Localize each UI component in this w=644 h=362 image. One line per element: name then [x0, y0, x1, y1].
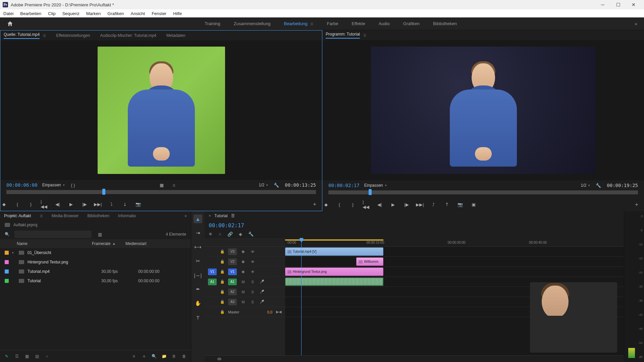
collapse-icon[interactable]: ▶◀	[276, 310, 282, 314]
trash-icon[interactable]: 🗑	[181, 354, 187, 359]
track-header-a1[interactable]: A1🔒A1 MS🎤	[205, 277, 285, 287]
pen-tool-icon[interactable]: ✒	[194, 285, 202, 294]
timeline-wrench-icon[interactable]: 🔧	[248, 232, 254, 237]
source-tab-effekt[interactable]: Effekteinstellungen	[56, 33, 90, 38]
project-tab-bibl[interactable]: Bibliotheken	[87, 214, 109, 218]
zoom-slider-icon[interactable]: ○	[44, 354, 50, 359]
mark-in-icon[interactable]: {	[14, 200, 21, 208]
clip-tutorial-audio[interactable]	[285, 278, 383, 286]
col-name[interactable]: Name	[5, 241, 92, 246]
project-item[interactable]: Hintergrund Textur.png	[0, 257, 191, 267]
ws-training[interactable]: Training	[205, 21, 220, 26]
program-wrench-icon[interactable]: 🔧	[595, 182, 602, 189]
ws-bearbeitung[interactable]: Bearbeitung ☰	[284, 21, 314, 26]
project-search-input[interactable]	[14, 231, 92, 238]
sort-icon[interactable]: ≡	[131, 354, 137, 359]
source-aud-only-icon[interactable]: ♫	[170, 181, 177, 189]
track-header-v2[interactable]: 🔒V2 ◉👁	[205, 257, 285, 267]
project-item[interactable]: Tutorial.mp4 30,00 fps 00:00:00:00	[0, 267, 191, 276]
automate-icon[interactable]: ⎆	[141, 354, 147, 359]
new-bin-icon[interactable]: 📁	[161, 354, 167, 359]
source-patch-a1[interactable]: A1	[208, 279, 217, 285]
menu-grafiken[interactable]: Grafiken	[104, 9, 127, 17]
col-medienstart[interactable]: Medienstart	[125, 241, 169, 246]
go-in-icon[interactable]: |◀◀	[41, 200, 48, 208]
p-lift-icon[interactable]: ⤴	[430, 201, 437, 208]
minimize-button[interactable]: ─	[595, 0, 610, 9]
timeline-tab-close-icon[interactable]: ×	[209, 214, 211, 218]
p-compare-icon[interactable]: ▣	[470, 201, 477, 208]
razor-tool-icon[interactable]: ✂	[194, 257, 202, 265]
source-tab-metadaten[interactable]: Metadaten	[166, 33, 185, 38]
expand-icon[interactable]: ▾	[12, 251, 15, 254]
project-tab-project[interactable]: Projekt: Auftakt	[4, 214, 31, 218]
marker-icon[interactable]: ◆	[239, 232, 242, 237]
track-header-master[interactable]: 🔒Master 0,0 ▶◀	[205, 307, 285, 317]
ws-overflow-button[interactable]: »	[635, 21, 637, 26]
track-output-icon[interactable]: 👁	[250, 250, 256, 254]
ws-grafiken[interactable]: Grafiken	[403, 21, 420, 26]
source-fit-dropdown[interactable]: Einpassen	[42, 183, 65, 187]
menu-marken[interactable]: Marken	[83, 9, 104, 17]
col-framerate[interactable]: Framerate▲	[92, 241, 125, 246]
source-wrench-icon[interactable]: 🔧	[273, 181, 280, 189]
source-viewport[interactable]	[0, 41, 322, 180]
track-target-icon[interactable]: ◉	[240, 249, 246, 254]
p-step-back-icon[interactable]: ◀|	[376, 201, 383, 208]
ws-audio[interactable]: Audio	[379, 21, 390, 26]
clip-tutorial-video[interactable]: Tutorial.mp4 [V]	[285, 247, 383, 256]
track-header-v3[interactable]: 🔒V3 ◉👁	[205, 247, 285, 257]
p-extract-icon[interactable]: ⤒	[443, 201, 450, 208]
source-timecode[interactable]: 00:00:06:00	[6, 182, 38, 188]
clip-hintergrund[interactable]: Hintergrund Textur.png	[285, 267, 383, 276]
program-viewport[interactable]	[322, 40, 644, 180]
lock-icon[interactable]: 🔒	[220, 249, 225, 254]
program-fit-dropdown[interactable]: Einpassen	[364, 183, 387, 188]
timeline-sequence-name[interactable]: Tutorial	[214, 214, 228, 218]
menu-datei[interactable]: Datei	[0, 9, 17, 17]
timeline-timecode[interactable]: 00:00:02:17	[209, 222, 244, 229]
p-go-in-icon[interactable]: |◀◀	[363, 201, 370, 208]
p-go-out-icon[interactable]: ▶▶|	[416, 201, 424, 208]
freeform-view-icon[interactable]: ▤	[34, 354, 40, 359]
p-mark-in-icon[interactable]: {	[336, 201, 343, 208]
master-volume[interactable]: 0,0	[267, 310, 272, 314]
maximize-button[interactable]: ☐	[610, 0, 626, 9]
play-icon[interactable]: ▶	[67, 200, 75, 208]
p-play-icon[interactable]: ▶	[389, 201, 397, 208]
menu-hilfe[interactable]: Hilfe	[170, 9, 185, 17]
ws-menu-icon[interactable]: ☰	[310, 22, 314, 26]
list-view-icon[interactable]: ☰	[14, 354, 19, 359]
track-header-a2[interactable]: 🔒A2 MS🎤	[205, 287, 285, 297]
time-ruler[interactable]: :00:00 00:00:15:00 00:00:30:00 00:00:45:…	[285, 238, 624, 247]
hand-tool-icon[interactable]: ✋	[194, 299, 202, 308]
linked-selection-icon[interactable]: 🔗	[227, 232, 233, 237]
icon-view-icon[interactable]: ▦	[24, 354, 30, 359]
ws-farbe[interactable]: Farbe	[327, 21, 338, 26]
program-scrub-bar[interactable]	[322, 190, 644, 198]
menu-bearbeiten[interactable]: Bearbeiten	[17, 9, 45, 17]
ws-effekte[interactable]: Effekte	[352, 21, 365, 26]
overwrite-icon[interactable]: ⤓	[121, 200, 128, 208]
step-back-icon[interactable]: ◀|	[54, 200, 61, 208]
p-mark-out-icon[interactable]: }	[349, 201, 357, 208]
program-tab-menu-icon[interactable]: ☰	[363, 34, 366, 37]
new-bin-from-search-icon[interactable]: ▥	[96, 231, 104, 238]
menu-sequenz[interactable]: Sequenz	[59, 9, 83, 17]
project-item[interactable]: ▾ 01_Übersicht	[0, 248, 191, 257]
timeline-tab-menu-icon[interactable]: ☰	[231, 214, 235, 218]
source-tab-menu-icon[interactable]: ☰	[43, 34, 46, 38]
slip-tool-icon[interactable]: |↔|	[194, 271, 202, 280]
source-vid-only-icon[interactable]: ▦	[158, 181, 165, 189]
selection-tool-icon[interactable]: ▲	[194, 215, 202, 223]
project-item[interactable]: Tutorial 30,00 fps 00:00:00:00	[0, 276, 191, 286]
project-tab-info[interactable]: Informatio	[118, 214, 136, 218]
ws-bibliotheken[interactable]: Bibliotheken	[433, 21, 457, 26]
menu-fenster[interactable]: Fenster	[148, 9, 170, 17]
write-toggle-icon[interactable]: ✎	[4, 354, 9, 359]
mark-out-icon[interactable]: }	[27, 200, 35, 208]
add-marker-icon[interactable]: ◆	[0, 200, 8, 208]
find-icon[interactable]: 🔍	[151, 354, 157, 359]
p-button-editor-icon[interactable]: ＋	[634, 201, 639, 208]
insert-icon[interactable]: ⤵	[108, 200, 115, 208]
